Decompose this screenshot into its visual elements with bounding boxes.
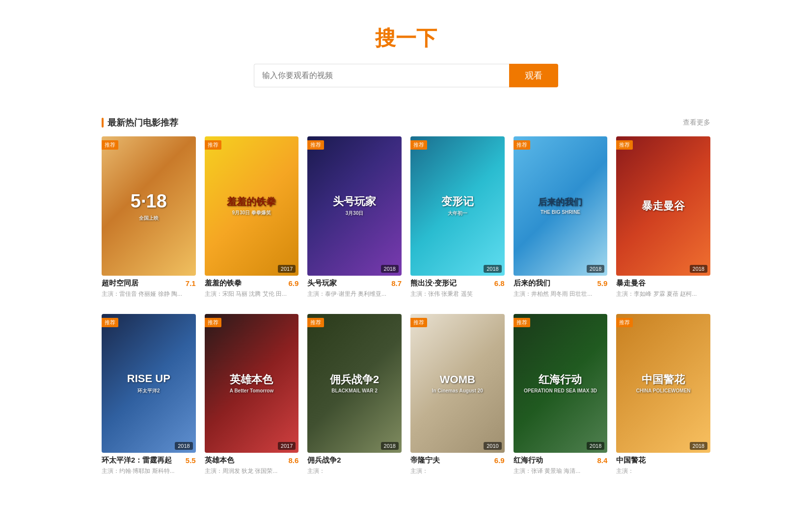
poster-text: 红海行动 OPERATION RED SEA IMAX 3D [514,314,608,453]
recommend-badge: 推荐 [205,140,221,150]
poster-bg: 后来的我们 THE BIG SHRINE [514,136,608,276]
movie-cast: 主演： [410,467,505,475]
poster-text: 头号玩家 3月30日 [307,136,402,276]
movie-title-row: 英雄本色 8.6 [205,456,299,465]
poster-main-text: 暴走曼谷 [642,200,685,212]
movie-card[interactable]: 头号玩家 3月30日 推荐 2018 头号玩家 8.7 主演：泰伊·谢里丹 奥利… [307,136,402,299]
movie-card[interactable]: 5·18 全国上映 推荐 超时空同居 7.1 主演：雷佳音 佟丽娅 徐静 陶..… [102,136,196,299]
movie-rating: 8.4 [597,456,607,465]
poster-sub-text: 环太平洋2 [137,388,160,394]
movie-title-row: 暴走曼谷 [616,279,710,288]
movie-title: 环太平洋2：雷霆再起 [102,456,182,465]
poster-main-text: 英雄本色 [230,373,273,386]
movie-card[interactable]: RISE UP 环太平洋2 推荐 2018 环太平洋2：雷霆再起 5.5 主演：… [102,314,196,477]
movie-title: 头号玩家 [307,279,387,288]
movie-card[interactable]: 变形记 大年初一 推荐 2018 熊出没·变形记 6.8 主演：张伟 张秉君 遥… [410,136,505,299]
poster-text: 暴走曼谷 [616,136,710,276]
poster-bg: 变形记 大年初一 [410,136,505,276]
movie-title: 暴走曼谷 [616,279,710,288]
movie-card[interactable]: 佣兵战争2 BLACKMAIL WAR 2 推荐 2018 佣兵战争2 主演： [307,314,402,477]
poster-sub-text: BLACKMAIL WAR 2 [331,388,378,393]
year-badge: 2018 [484,265,501,273]
movie-info: 熊出没·变形记 6.8 主演：张伟 张秉君 遥笑 [410,276,505,299]
recommend-badge: 推荐 [205,318,221,327]
movie-info: 后来的我们 5.9 主演：井柏然 周冬雨 田壮壮... [514,276,608,299]
poster-main-text: 羞羞的铁拳 [227,196,276,208]
poster-main-text: WOMB [440,373,475,386]
movie-rating: 6.8 [494,279,505,287]
recommend-badge: 推荐 [514,140,530,150]
poster-main-text: 变形记 [441,195,474,208]
search-button[interactable]: 观看 [509,64,558,87]
poster-sub-text: 全国上映 [139,215,159,222]
movie-poster: WOMB In Cinemas August 20 推荐 2010 [410,314,505,453]
poster-bg: 英雄本色 A Better Tomorrow [205,314,299,453]
poster-bg: 佣兵战争2 BLACKMAIL WAR 2 [307,314,402,453]
movie-title: 超时空同居 [102,279,182,288]
poster-main-text: 头号玩家 [333,195,376,208]
movie-grid-row1: 5·18 全国上映 推荐 超时空同居 7.1 主演：雷佳音 佟丽娅 徐静 陶..… [102,136,710,299]
year-badge: 2018 [690,265,707,273]
movie-rating: 5.5 [186,456,196,465]
poster-main-text: 后来的我们 [538,197,582,208]
poster-main-text: RISE UP [127,372,170,385]
year-badge: 2017 [278,442,296,450]
movie-title: 羞羞的铁拳 [205,279,285,288]
view-more-link[interactable]: 查看更多 [683,118,710,127]
search-input[interactable] [254,64,509,87]
recommend-badge: 推荐 [616,318,633,327]
movie-card[interactable]: 英雄本色 A Better Tomorrow 推荐 2017 英雄本色 8.6 … [205,314,299,477]
movie-info: 暴走曼谷 主演：李如峰 罗霖 夏蓓 赵柯... [616,276,710,299]
movie-info: 头号玩家 8.7 主演：泰伊·谢里丹 奥利维亚... [307,276,402,299]
movie-card[interactable]: 羞羞的铁拳 9月30日 拳拳爆笑 推荐 2017 羞羞的铁拳 6.9 主演：宋阳… [205,136,299,299]
poster-sub-text: 9月30日 拳拳爆笑 [232,209,271,216]
movie-poster: 羞羞的铁拳 9月30日 拳拳爆笑 推荐 2017 [205,136,299,276]
poster-bg: 红海行动 OPERATION RED SEA IMAX 3D [514,314,608,453]
year-badge: 2018 [587,265,604,273]
movie-title: 红海行动 [514,456,594,465]
recommend-badge: 推荐 [410,140,427,150]
movie-card[interactable]: 红海行动 OPERATION RED SEA IMAX 3D 推荐 2018 红… [514,314,608,477]
section-header: 最新热门电影推荐 查看更多 [102,117,710,129]
year-badge: 2010 [484,442,501,450]
movie-rating: 6.9 [288,279,298,287]
movie-poster: 5·18 全国上映 推荐 [102,136,196,276]
search-bar: 观看 [102,64,710,87]
movie-title-row: 红海行动 8.4 [514,456,608,465]
poster-sub-text: CHINA POLICEWOMEN [636,388,691,393]
movie-title-row: 中国警花 [616,456,710,465]
movie-title: 帝隆宁夫 [410,456,490,465]
recommend-badge: 推荐 [102,318,118,327]
movie-card[interactable]: 后来的我们 THE BIG SHRINE 推荐 2018 后来的我们 5.9 主… [514,136,608,299]
year-badge: 2017 [278,265,296,273]
movie-title-row: 佣兵战争2 [307,456,402,465]
poster-text: 佣兵战争2 BLACKMAIL WAR 2 [307,314,402,453]
movie-cast: 主演：雷佳音 佟丽娅 徐静 陶... [102,290,196,298]
year-badge: 2018 [690,442,707,450]
movie-title-row: 超时空同居 7.1 [102,279,196,288]
poster-main-text: 中国警花 [642,373,685,386]
recommend-badge: 推荐 [616,140,633,150]
poster-bg: 中国警花 CHINA POLICEWOMEN [616,314,710,453]
movie-card[interactable]: 中国警花 CHINA POLICEWOMEN 推荐 2018 中国警花 主演： [616,314,710,477]
movie-title-row: 羞羞的铁拳 6.9 [205,279,299,288]
recommend-badge: 推荐 [307,140,324,150]
movie-rating: 6.9 [494,456,505,465]
movie-cast: 主演：李如峰 罗霖 夏蓓 赵柯... [616,290,710,298]
movie-cast: 主演：张译 黄景瑜 海清... [514,467,608,475]
poster-bg: WOMB In Cinemas August 20 [410,314,505,453]
movie-cast: 主演： [616,467,710,475]
movie-card[interactable]: 暴走曼谷 推荐 2018 暴走曼谷 主演：李如峰 罗霖 夏蓓 赵柯... [616,136,710,299]
movie-info: 英雄本色 8.6 主演：周润发 狄龙 张国荣... [205,453,299,476]
movie-poster: 暴走曼谷 推荐 2018 [616,136,710,276]
movie-cast: 主演：井柏然 周冬雨 田壮壮... [514,290,608,298]
movie-cast: 主演：宋阳 马丽 沈腾 艾伦 田... [205,290,299,298]
poster-text: 羞羞的铁拳 9月30日 拳拳爆笑 [205,136,299,276]
poster-text: 5·18 全国上映 [102,136,196,276]
movie-card[interactable]: WOMB In Cinemas August 20 推荐 2010 帝隆宁夫 6… [410,314,505,477]
poster-text: 后来的我们 THE BIG SHRINE [514,136,608,276]
movie-title: 佣兵战争2 [307,456,402,465]
poster-bg: 羞羞的铁拳 9月30日 拳拳爆笑 [205,136,299,276]
movie-info: 红海行动 8.4 主演：张译 黄景瑜 海清... [514,453,608,476]
movie-title-row: 帝隆宁夫 6.9 [410,456,505,465]
